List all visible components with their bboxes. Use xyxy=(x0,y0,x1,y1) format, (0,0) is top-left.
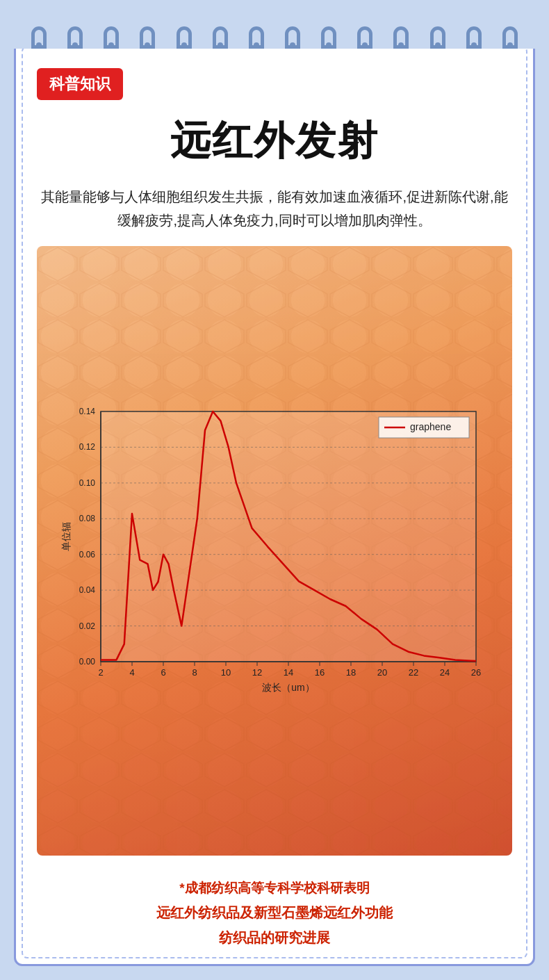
svg-text:16: 16 xyxy=(315,667,325,678)
notebook-ring xyxy=(249,26,264,49)
badge-label: 科普知识 xyxy=(37,68,123,100)
svg-text:波长（um）: 波长（um） xyxy=(262,682,314,693)
svg-text:24: 24 xyxy=(440,667,450,678)
svg-text:0.06: 0.06 xyxy=(79,550,96,560)
svg-text:0.12: 0.12 xyxy=(79,443,96,452)
notebook-ring xyxy=(213,26,228,49)
main-card: 科普知识 远红外发射 其能量能够与人体细胞组织发生共振，能有效加速血液循环,促进… xyxy=(14,38,535,966)
chart-svg: 2 4 6 8 10 12 14 16 18 20 22 24 26 波长（um… xyxy=(59,405,490,696)
notebook-ring xyxy=(104,26,119,49)
notebook-ring xyxy=(430,26,445,49)
svg-text:22: 22 xyxy=(409,667,418,678)
svg-text:0.10: 0.10 xyxy=(79,478,96,488)
notebook-ring xyxy=(285,26,300,49)
svg-text:6: 6 xyxy=(161,667,165,678)
chart-container: 2 4 6 8 10 12 14 16 18 20 22 24 26 波长（um… xyxy=(37,246,512,856)
notebook-ring xyxy=(357,26,372,49)
notebook-ring xyxy=(393,26,409,49)
footer-line2: 远红外纺织品及新型石墨烯远红外功能 xyxy=(156,900,393,925)
footer-line3: 纺织品的研究进展 xyxy=(156,925,393,950)
svg-text:20: 20 xyxy=(377,667,387,678)
rings-container xyxy=(0,0,549,49)
footer-text: *成都纺织高等专科学校科研表明 远红外纺织品及新型石墨烯远红外功能 纺织品的研究… xyxy=(156,876,393,950)
svg-text:0.08: 0.08 xyxy=(79,514,96,524)
svg-text:12: 12 xyxy=(252,667,262,678)
chart-svg-wrapper: 2 4 6 8 10 12 14 16 18 20 22 24 26 波长（um… xyxy=(59,405,490,696)
svg-rect-0 xyxy=(101,411,476,662)
svg-text:0.04: 0.04 xyxy=(79,586,96,596)
svg-text:单位辐: 单位辐 xyxy=(60,522,72,551)
svg-text:18: 18 xyxy=(346,667,356,678)
svg-text:2: 2 xyxy=(98,667,103,678)
svg-text:0.00: 0.00 xyxy=(79,657,96,667)
notebook-ring xyxy=(466,26,482,49)
svg-text:0.02: 0.02 xyxy=(79,621,96,631)
description-text: 其能量能够与人体细胞组织发生共振，能有效加速血液循环,促进新陈代谢,能缓解疲劳,… xyxy=(38,185,511,232)
notebook-ring xyxy=(321,26,336,49)
svg-text:4: 4 xyxy=(129,667,134,678)
notebook-ring xyxy=(67,26,83,49)
notebook-ring xyxy=(177,26,192,49)
svg-text:14: 14 xyxy=(284,667,293,678)
svg-text:8: 8 xyxy=(192,667,197,678)
svg-text:26: 26 xyxy=(471,667,481,678)
svg-text:graphene: graphene xyxy=(410,421,451,432)
card-content: 科普知识 远红外发射 其能量能够与人体细胞组织发生共振，能有效加速血液循环,促进… xyxy=(16,40,533,964)
notebook-ring xyxy=(140,26,155,49)
notebook-ring xyxy=(31,26,47,49)
svg-text:10: 10 xyxy=(221,667,231,678)
svg-text:0.14: 0.14 xyxy=(79,407,96,416)
footer-line1: *成都纺织高等专科学校科研表明 xyxy=(156,876,393,900)
notebook-ring xyxy=(502,26,518,49)
main-title: 远红外发射 xyxy=(170,114,379,168)
